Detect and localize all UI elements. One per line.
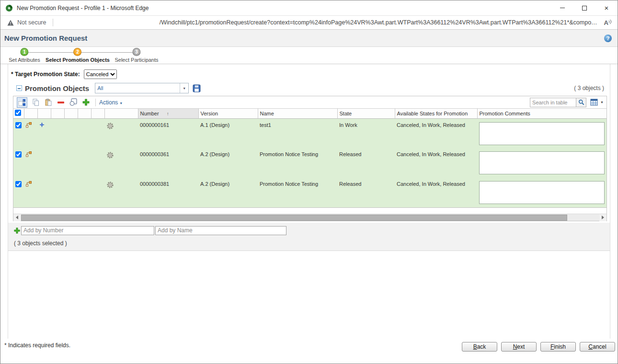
step-1-circle: 1 xyxy=(21,48,29,56)
empty-column-header xyxy=(78,109,91,118)
table-footer-panel: ( 3 objects selected ) xyxy=(8,223,610,251)
cell-number: 0000000381 xyxy=(138,178,198,207)
cell-number: 0000000161 xyxy=(138,118,198,148)
target-promotion-state-select[interactable]: Canceled xyxy=(84,69,117,79)
column-header-number[interactable]: Number↑ xyxy=(138,109,198,118)
close-icon: × xyxy=(605,6,609,11)
promotion-comment-input[interactable] xyxy=(479,122,605,145)
scroll-right-button[interactable] xyxy=(599,214,607,221)
actions-caret-icon: ▼ xyxy=(119,102,123,105)
cell-name: test1 xyxy=(258,118,337,148)
selection-count: ( 3 objects selected ) xyxy=(14,240,604,247)
cell-version: A.2 (Design) xyxy=(198,148,258,178)
new-object-icon xyxy=(39,123,45,128)
select-all-header[interactable] xyxy=(13,109,24,118)
actions-menu[interactable]: Actions▼ xyxy=(99,99,123,106)
promotion-comment-input[interactable] xyxy=(479,151,605,174)
cell-number: 0000000361 xyxy=(138,148,198,178)
next-button[interactable]: Next xyxy=(501,342,537,352)
address-bar-divider xyxy=(53,19,53,26)
table-toolbar: Actions▼ xyxy=(13,96,607,109)
paste-icon xyxy=(45,99,52,106)
add-object-button[interactable] xyxy=(82,99,90,106)
remove-icon xyxy=(57,99,65,106)
finish-button[interactable]: Finish xyxy=(540,342,576,352)
part-icon xyxy=(106,184,114,190)
combobox-arrow-icon[interactable]: ▼ xyxy=(180,83,188,93)
save-view-button[interactable] xyxy=(193,84,201,92)
column-header-promotion-comments[interactable]: Promotion Comments xyxy=(477,109,607,118)
wizard-step-select-participants[interactable]: 3 Select Participants xyxy=(114,48,158,63)
add-plus-icon xyxy=(14,228,20,234)
scroll-right-icon xyxy=(602,216,604,219)
add-by-number-button[interactable] xyxy=(14,228,20,234)
minimize-button[interactable] xyxy=(551,0,573,15)
paste-button[interactable] xyxy=(45,99,52,106)
close-button[interactable]: × xyxy=(595,0,618,15)
duplicate-object-button[interactable] xyxy=(69,98,78,106)
row-select-checkbox[interactable] xyxy=(15,122,22,128)
remove-selected-button[interactable] xyxy=(57,99,65,106)
insert-existing-object-button[interactable] xyxy=(17,97,27,108)
window-title: New Promotion Request - Profile 1 - Micr… xyxy=(17,5,149,11)
column-header-state[interactable]: State xyxy=(337,109,395,118)
save-icon xyxy=(193,84,201,92)
help-icon[interactable]: ? xyxy=(604,34,612,42)
insert-existing-object-icon xyxy=(18,99,26,106)
search-icon xyxy=(578,99,584,105)
warning-icon xyxy=(7,20,14,26)
search-button[interactable] xyxy=(576,98,586,107)
read-aloud-button[interactable]: A xyxy=(604,19,612,26)
scrollbar-thumb[interactable] xyxy=(21,215,567,221)
table-row: 0000000361 A.2 (Design) Promotion Notice… xyxy=(13,148,607,178)
cancel-button[interactable]: Cancel xyxy=(580,342,615,352)
cell-available-states: Canceled, In Work, Released xyxy=(395,178,477,207)
page-header: New Promotion Request ? xyxy=(0,30,618,47)
objects-count: ( 3 objects ) xyxy=(574,85,604,91)
cell-available-states: Canceled, In Work, Released xyxy=(395,118,477,148)
part-icon xyxy=(106,125,114,131)
scroll-left-button[interactable] xyxy=(13,214,21,221)
column-header-name[interactable]: Name xyxy=(258,109,337,118)
copy-icon xyxy=(32,99,40,106)
promotion-comment-input[interactable] xyxy=(479,181,605,204)
not-secure-label: Not secure xyxy=(17,19,46,26)
wizard-step-select-promotion-objects[interactable]: 2 Select Promotion Objects xyxy=(46,48,110,63)
step-3-label: Select Participants xyxy=(114,57,158,63)
maximize-button[interactable] xyxy=(573,0,595,15)
copy-button[interactable] xyxy=(32,99,40,106)
search-in-table-input[interactable] xyxy=(530,98,576,107)
wizard-footer: * Indicates required fields. Back Next F… xyxy=(0,339,618,358)
required-fields-note: * Indicates required fields. xyxy=(4,342,70,349)
target-promotion-state-label: * Target Promotion State: xyxy=(11,71,80,78)
table-view-combobox[interactable]: All ▼ xyxy=(95,83,189,93)
toolbar-divider xyxy=(95,99,96,106)
column-header-available-states[interactable]: Available States for Promotion xyxy=(395,109,477,118)
back-button[interactable]: Back xyxy=(462,342,497,352)
cell-state: In Work xyxy=(337,118,395,148)
select-all-checkbox[interactable] xyxy=(15,110,21,116)
url-text: /Windchill/ptc1/promotionRequest/create?… xyxy=(160,19,597,26)
add-by-name-input[interactable] xyxy=(155,226,286,235)
cell-version: A.2 (Design) xyxy=(198,178,258,207)
type-column-header xyxy=(104,109,138,118)
cell-state: Released xyxy=(337,178,395,207)
row-select-checkbox[interactable] xyxy=(15,151,22,158)
part-icon xyxy=(106,154,114,160)
collapse-section-icon[interactable] xyxy=(16,85,22,91)
not-secure-indicator[interactable]: Not secure xyxy=(7,19,46,26)
row-select-checkbox[interactable] xyxy=(15,181,22,187)
table-display-menu[interactable]: ▼ xyxy=(590,99,604,106)
browser-window: New Promotion Request - Profile 1 - Micr… xyxy=(0,0,618,364)
column-header-version[interactable]: Version xyxy=(198,109,258,118)
shared-object-icon xyxy=(26,152,32,158)
wizard-step-set-attributes[interactable]: 1 Set Attributes xyxy=(9,48,40,63)
shared-object-icon xyxy=(26,182,32,188)
horizontal-scrollbar[interactable] xyxy=(13,214,607,221)
empty-column-header xyxy=(51,109,64,118)
table-grid-icon xyxy=(590,99,598,106)
add-by-number-input[interactable] xyxy=(21,226,154,235)
cell-version: A.1 (Design) xyxy=(198,118,258,148)
empty-column-header xyxy=(91,109,104,118)
promotion-objects-table: Actions▼ xyxy=(13,96,607,221)
